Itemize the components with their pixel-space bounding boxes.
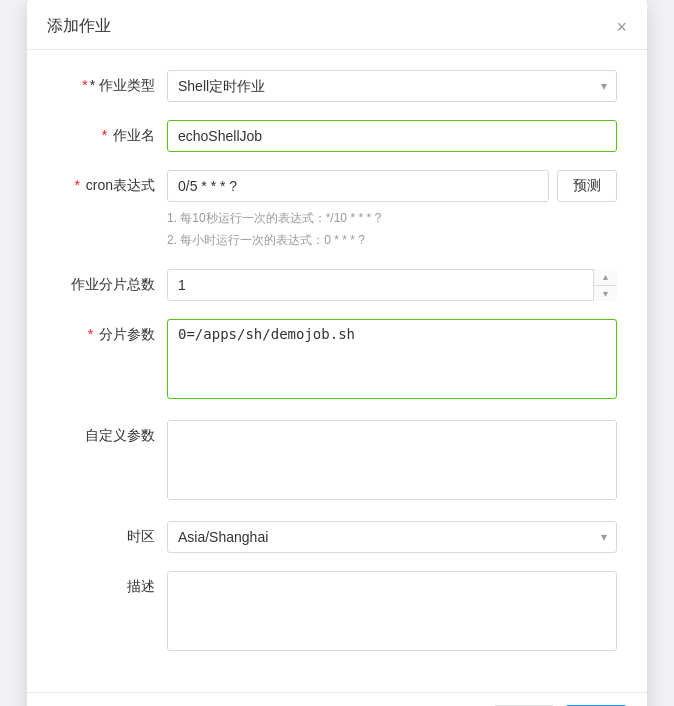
required-star: * — [82, 77, 87, 93]
close-button[interactable]: × — [616, 18, 627, 36]
cron-hints: 1. 每10秒运行一次的表达式：*/10 * * * ? 2. 每小时运行一次的… — [167, 208, 617, 251]
dialog-footer: 取消 确定 — [27, 692, 647, 706]
predict-button[interactable]: 预测 — [557, 170, 617, 202]
custom-params-control — [167, 420, 617, 503]
sharding-total-input[interactable] — [167, 269, 617, 301]
timezone-control: Asia/Shanghai UTC America/New_York ▾ — [167, 521, 617, 553]
spinner-down-button[interactable]: ▾ — [594, 286, 617, 302]
job-type-select[interactable]: Shell定时作业 Java定时作业 Python定时作业 — [167, 70, 617, 102]
sharding-total-control: ▴ ▾ — [167, 269, 617, 301]
custom-params-input[interactable] — [167, 420, 617, 500]
cron-label: * cron表达式 — [47, 170, 167, 195]
description-input[interactable] — [167, 571, 617, 651]
job-type-control: Shell定时作业 Java定时作业 Python定时作业 ▾ — [167, 70, 617, 102]
cron-input-wrap: 预测 — [167, 170, 617, 202]
sharding-total-row: 作业分片总数 ▴ ▾ — [47, 269, 617, 301]
sharding-params-input[interactable]: 0=/apps/sh/demojob.sh — [167, 319, 617, 399]
sharding-params-label: * 分片参数 — [47, 319, 167, 344]
add-job-dialog: 添加作业 × ** 作业类型 Shell定时作业 Java定时作业 Python… — [27, 0, 647, 706]
required-star-3: * — [74, 177, 79, 193]
sharding-params-control: 0=/apps/sh/demojob.sh — [167, 319, 617, 402]
description-row: 描述 — [47, 571, 617, 654]
job-name-input[interactable] — [167, 120, 617, 152]
spinner-up-button[interactable]: ▴ — [594, 269, 617, 286]
sharding-total-label: 作业分片总数 — [47, 269, 167, 294]
cron-hint-1: 1. 每10秒运行一次的表达式：*/10 * * * ? — [167, 208, 617, 230]
dialog-body: ** 作业类型 Shell定时作业 Java定时作业 Python定时作业 ▾ … — [27, 50, 647, 692]
job-type-label: ** 作业类型 — [47, 70, 167, 95]
custom-params-row: 自定义参数 — [47, 420, 617, 503]
description-label: 描述 — [47, 571, 167, 596]
number-spinners: ▴ ▾ — [593, 269, 617, 301]
job-type-select-wrap: Shell定时作业 Java定时作业 Python定时作业 ▾ — [167, 70, 617, 102]
required-star-4: * — [88, 326, 93, 342]
description-control — [167, 571, 617, 654]
cron-control: 预测 1. 每10秒运行一次的表达式：*/10 * * * ? 2. 每小时运行… — [167, 170, 617, 251]
timezone-label: 时区 — [47, 521, 167, 546]
timezone-row: 时区 Asia/Shanghai UTC America/New_York ▾ — [47, 521, 617, 553]
job-name-control — [167, 120, 617, 152]
custom-params-label: 自定义参数 — [47, 420, 167, 445]
cron-input[interactable] — [167, 170, 549, 202]
job-name-label: * 作业名 — [47, 120, 167, 145]
dialog-header: 添加作业 × — [27, 0, 647, 50]
dialog-title: 添加作业 — [47, 16, 111, 37]
timezone-select[interactable]: Asia/Shanghai UTC America/New_York — [167, 521, 617, 553]
timezone-select-wrap: Asia/Shanghai UTC America/New_York ▾ — [167, 521, 617, 553]
job-name-row: * 作业名 — [47, 120, 617, 152]
cron-row: * cron表达式 预测 1. 每10秒运行一次的表达式：*/10 * * * … — [47, 170, 617, 251]
required-star-2: * — [102, 127, 107, 143]
cron-hint-2: 2. 每小时运行一次的表达式：0 * * * ? — [167, 230, 617, 252]
number-input-wrap: ▴ ▾ — [167, 269, 617, 301]
job-type-row: ** 作业类型 Shell定时作业 Java定时作业 Python定时作业 ▾ — [47, 70, 617, 102]
sharding-params-row: * 分片参数 0=/apps/sh/demojob.sh — [47, 319, 617, 402]
